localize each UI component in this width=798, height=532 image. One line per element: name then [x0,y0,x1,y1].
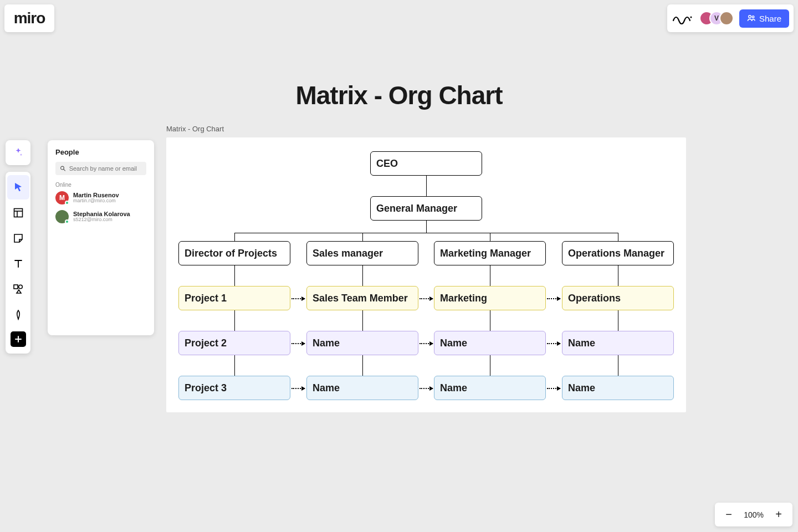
svg-line-9 [64,169,65,171]
person-email: s5212@miro.com [73,217,130,223]
connector [490,233,490,241]
avatar[interactable] [719,11,734,25]
plus-icon [14,335,22,343]
tool-pen[interactable] [7,303,29,327]
people-search[interactable] [55,162,146,175]
svg-point-1 [749,16,751,18]
avatar [55,210,69,223]
node-operations-mgr[interactable]: Operations Manager [562,241,674,265]
svg-point-2 [752,16,754,18]
reactions-icon[interactable] [672,10,694,27]
tool-sticky[interactable] [7,226,29,250]
avatar: M [55,191,69,204]
node-ceo[interactable]: CEO [370,151,482,176]
toolbar [6,172,30,354]
node-sales-mgr[interactable]: Sales manager [306,241,418,265]
connector [234,233,235,241]
node-name[interactable]: Name [562,376,674,400]
arrow [420,298,433,299]
arrow [547,343,560,344]
app-logo: miro [14,9,45,27]
person-row[interactable]: M Martin Rusenov martin.r@miro.com [55,191,146,204]
tool-more[interactable] [11,331,26,347]
people-icon [747,14,756,23]
connector [618,233,618,241]
share-button[interactable]: Share [739,9,789,28]
search-icon [60,165,66,172]
person-row[interactable]: Stephania Kolarova s5212@miro.com [55,210,146,223]
sticky-icon [13,233,24,244]
zoom-value[interactable]: 100% [744,510,764,519]
tool-shapes[interactable] [7,277,29,301]
search-input[interactable] [69,165,142,172]
pen-icon [13,309,24,320]
canvas-title: Matrix - Org Chart [0,80,798,110]
topbar: V Share [667,4,794,32]
org-chart-frame[interactable]: CEO General Manager Director of Projects… [166,137,686,412]
connector [362,233,363,241]
arrow [291,343,305,344]
tool-ai[interactable] [6,140,30,165]
node-marketing-mgr[interactable]: Marketing Manager [434,241,546,265]
node-marketing[interactable]: Marketing [434,286,546,310]
tool-select[interactable] [7,175,29,200]
frame-label[interactable]: Matrix - Org Chart [166,125,224,133]
zoom-control: − 100% + [715,503,792,526]
presence-dot [65,201,69,205]
svg-rect-3 [14,209,22,217]
arrow [547,388,560,389]
node-project1[interactable]: Project 1 [178,286,290,310]
arrow [291,388,305,389]
node-name[interactable]: Name [306,376,418,400]
person-email: martin.r@miro.com [73,198,119,204]
connector [426,221,427,233]
zoom-out-button[interactable]: − [724,508,734,521]
status-label: Online [55,182,146,188]
node-name[interactable]: Name [562,331,674,355]
zoom-in-button[interactable]: + [774,508,784,521]
node-name[interactable]: Name [306,331,418,355]
shapes-icon [13,284,24,295]
svg-rect-6 [14,285,18,289]
svg-point-8 [61,166,64,170]
cursor-icon [13,182,24,193]
people-panel: People Online M Martin Rusenov martin.r@… [48,140,154,335]
people-title: People [55,148,146,156]
tool-templates[interactable] [7,201,29,225]
presence-dot [65,219,69,224]
svg-point-7 [18,285,22,289]
node-name[interactable]: Name [434,376,546,400]
template-icon [13,207,24,218]
node-operations[interactable]: Operations [562,286,674,310]
logo-card[interactable]: miro [4,4,54,32]
arrow [547,298,560,299]
share-label: Share [759,14,781,23]
node-gm[interactable]: General Manager [370,196,482,221]
node-project2[interactable]: Project 2 [178,331,290,355]
node-name[interactable]: Name [434,331,546,355]
svg-point-0 [690,17,692,18]
presence-avatars[interactable]: V [699,11,734,25]
arrow [420,343,433,344]
arrow [291,298,305,299]
tool-text[interactable] [7,252,29,276]
node-project3[interactable]: Project 3 [178,376,290,400]
node-director[interactable]: Director of Projects [178,241,290,265]
node-sales-member[interactable]: Sales Team Member [306,286,418,310]
arrow [420,388,433,389]
text-icon [13,258,24,269]
connector [426,176,427,196]
connector [234,233,618,233]
sparkle-icon [12,147,24,159]
